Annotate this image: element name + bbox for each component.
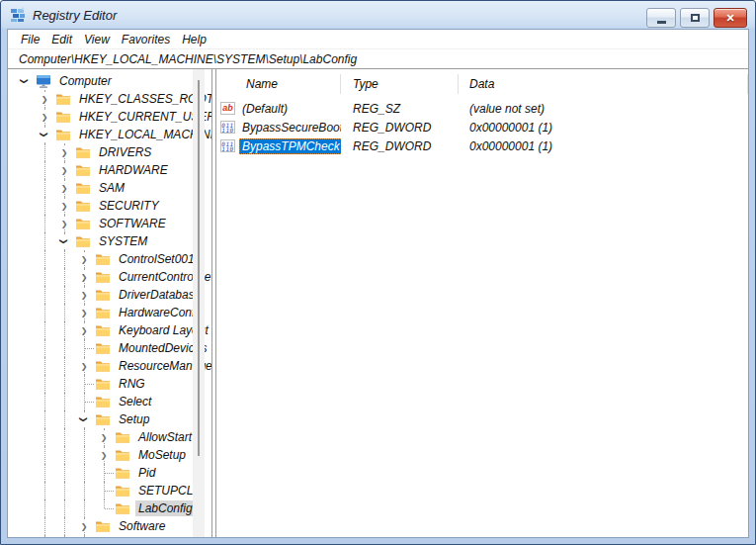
menu-view[interactable]: View xyxy=(78,32,116,47)
value-name-cell[interactable]: 011110BypassTPMCheck xyxy=(216,138,341,154)
chevron-right-icon[interactable]: ❯ xyxy=(57,200,71,212)
computer-icon xyxy=(36,73,51,89)
tree-label[interactable]: SECURITY xyxy=(96,198,162,214)
folder-icon xyxy=(75,198,91,214)
tree-item-pid[interactable]: Pid xyxy=(16,464,211,482)
tree-label[interactable]: RNG xyxy=(116,376,148,392)
tree-item-driverdatabase[interactable]: ❯DriverDatabase xyxy=(16,286,211,304)
tree-scrollbar-thumb[interactable] xyxy=(198,80,200,456)
menu-help[interactable]: Help xyxy=(176,32,212,47)
menu-favorites[interactable]: Favorites xyxy=(116,32,176,47)
chevron-right-icon[interactable]: ❯ xyxy=(77,520,91,532)
menu-file[interactable]: File xyxy=(15,32,45,47)
tree-item-mosetup[interactable]: ❯MoSetup xyxy=(16,446,211,464)
registry-app-icon xyxy=(10,7,26,23)
tree-item-wpa[interactable]: ❯WPA xyxy=(16,535,211,537)
chevron-right-icon[interactable]: ❯ xyxy=(77,360,91,372)
client-area: FileEditViewFavoritesHelp Computer\HKEY_… xyxy=(7,29,749,538)
tree-item-labconfig[interactable]: LabConfig xyxy=(16,500,211,517)
chevron-down-icon[interactable]: ❯ xyxy=(19,74,31,88)
tree-item-hkey-current-user[interactable]: ❯HKEY_CURRENT_USER xyxy=(16,108,211,126)
tree-item-hkey-classes-root[interactable]: ❯HKEY_CLASSES_ROOT xyxy=(16,90,211,108)
value-row--default-[interactable]: ab(Default)REG_SZ(value not set) xyxy=(216,99,748,118)
chevron-right-icon[interactable]: ❯ xyxy=(57,164,71,176)
tree-label[interactable]: DRIVERS xyxy=(96,144,154,160)
tree-label[interactable]: Pid xyxy=(135,465,158,481)
chevron-right-icon[interactable]: ❯ xyxy=(38,93,51,105)
tree-item-software[interactable]: ❯Software xyxy=(16,517,211,535)
chevron-right-icon[interactable]: ❯ xyxy=(77,324,91,336)
tree-label[interactable]: SYSTEM xyxy=(96,233,150,249)
tree-item-resourcemanager[interactable]: ❯ResourceManager xyxy=(16,357,211,375)
column-header-name[interactable]: Name xyxy=(216,69,341,99)
tree-item-sam[interactable]: ❯SAM xyxy=(16,179,211,197)
value-row-bypasssecureboot[interactable]: 011110BypassSecureBootREG_DWORD0x0000000… xyxy=(216,118,748,136)
chevron-down-icon[interactable]: ❯ xyxy=(39,128,50,141)
value-data: 0x00000001 (1) xyxy=(459,139,748,153)
chevron-right-icon[interactable]: ❯ xyxy=(97,431,111,443)
tree-item-software[interactable]: ❯SOFTWARE xyxy=(16,215,211,232)
folder-icon xyxy=(75,216,91,231)
tree-label[interactable]: DriverDatabase xyxy=(116,287,204,303)
maximize-button[interactable] xyxy=(680,8,710,28)
value-row-bypasstpmcheck[interactable]: 011110BypassTPMCheckREG_DWORD0x00000001 … xyxy=(216,136,748,155)
tree-item-security[interactable]: ❯SECURITY xyxy=(16,197,211,215)
chevron-right-icon[interactable]: ❯ xyxy=(97,449,111,461)
tree-item-currentcontrolset[interactable]: ❯CurrentControlSet xyxy=(16,268,211,286)
folder-icon xyxy=(95,358,111,374)
tree-item-select[interactable]: Select xyxy=(16,393,211,410)
tree-label[interactable]: Setup xyxy=(116,411,152,427)
chevron-right-icon[interactable]: ❯ xyxy=(57,182,71,194)
column-header-type[interactable]: Type xyxy=(341,69,459,99)
minimize-button[interactable] xyxy=(646,8,676,28)
tree-item-mounteddevices[interactable]: MountedDevices xyxy=(16,339,211,357)
tree-label[interactable]: SETUPCL xyxy=(135,483,196,499)
tree-label[interactable]: LabConfig xyxy=(135,500,196,516)
tree-item-allowstart[interactable]: ❯AllowStart xyxy=(16,428,211,446)
chevron-right-icon[interactable]: ❯ xyxy=(77,289,91,301)
value-name[interactable]: BypassTPMCheck xyxy=(239,138,341,154)
tree-item-setup[interactable]: ❯Setup xyxy=(16,410,211,428)
tree-item-setupcl[interactable]: SETUPCL xyxy=(16,482,211,500)
chevron-down-icon[interactable]: ❯ xyxy=(78,412,90,426)
address-bar[interactable]: Computer\HKEY_LOCAL_MACHINE\SYSTEM\Setup… xyxy=(8,49,748,69)
folder-icon xyxy=(75,233,91,249)
column-header-data[interactable]: Data xyxy=(459,69,748,99)
tree-label[interactable]: Computer xyxy=(56,73,115,89)
chevron-right-icon[interactable]: ❯ xyxy=(77,307,91,318)
value-name-cell[interactable]: 011110BypassSecureBoot xyxy=(216,120,341,136)
chevron-right-icon[interactable]: ❯ xyxy=(77,253,91,265)
chevron-right-icon[interactable]: ❯ xyxy=(57,218,71,229)
folder-icon xyxy=(95,376,111,392)
tree-label[interactable]: MoSetup xyxy=(135,447,189,463)
tree-item-hkey-local-machine[interactable]: ❯HKEY_LOCAL_MACHINE xyxy=(16,126,211,143)
tree-scrollbar[interactable] xyxy=(193,69,205,537)
tree-item-system[interactable]: ❯SYSTEM xyxy=(16,232,211,250)
tree-label[interactable]: ControlSet001 xyxy=(116,251,198,267)
tree-item-hardwareconfig[interactable]: ❯HardwareConfig xyxy=(16,304,211,321)
value-name[interactable]: (Default) xyxy=(239,101,291,117)
tree-item-controlset001[interactable]: ❯ControlSet001 xyxy=(16,250,211,268)
tree-item-hardware[interactable]: ❯HARDWARE xyxy=(16,161,211,179)
tree-label[interactable]: SOFTWARE xyxy=(96,216,169,231)
chevron-right-icon[interactable]: ❯ xyxy=(38,111,51,123)
tree-item-rng[interactable]: RNG xyxy=(16,375,211,393)
tree-label[interactable]: Select xyxy=(116,394,154,409)
tree: ❯Computer❯HKEY_CLASSES_ROOT❯HKEY_CURRENT… xyxy=(8,69,211,537)
tree-label[interactable]: Software xyxy=(116,518,168,534)
chevron-down-icon[interactable]: ❯ xyxy=(58,234,70,248)
tree-label[interactable]: SAM xyxy=(96,180,127,196)
tree-item-computer[interactable]: ❯Computer xyxy=(16,72,211,90)
folder-icon xyxy=(115,465,130,481)
close-button[interactable]: ✕ xyxy=(714,8,747,28)
value-name[interactable]: BypassSecureBoot xyxy=(239,120,341,136)
menu-edit[interactable]: Edit xyxy=(45,32,78,47)
tree-item-drivers[interactable]: ❯DRIVERS xyxy=(16,143,211,161)
tree-label[interactable]: AllowStart xyxy=(135,429,195,445)
tree-label[interactable]: WPA xyxy=(116,536,147,537)
value-name-cell[interactable]: ab(Default) xyxy=(216,101,341,117)
tree-label[interactable]: HARDWARE xyxy=(96,162,171,178)
chevron-right-icon[interactable]: ❯ xyxy=(77,271,91,283)
tree-item-keyboard-layout[interactable]: ❯Keyboard Layout xyxy=(16,321,211,339)
chevron-right-icon[interactable]: ❯ xyxy=(57,146,71,158)
